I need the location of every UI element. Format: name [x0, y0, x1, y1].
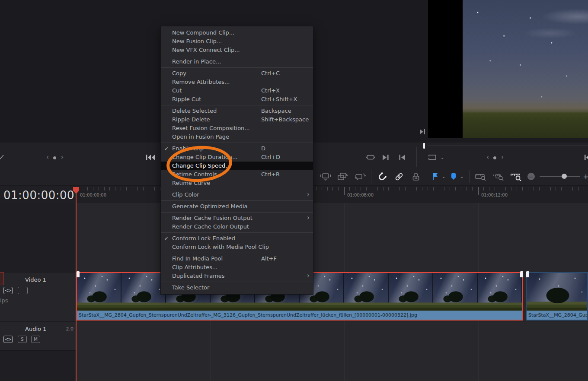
- next-marker-button[interactable]: ›: [59, 154, 65, 161]
- menu-item-label: Cut: [172, 87, 182, 94]
- menu-item-clip-attributes[interactable]: Clip Attributes...: [161, 263, 313, 272]
- menu-item-label: Generate Optimized Media: [172, 203, 248, 210]
- menu-separator: [161, 280, 313, 283]
- menu-item-ripple-delete[interactable]: Ripple DeleteShift+Backspace: [161, 115, 313, 124]
- timeline-viewer-frame: [463, 0, 588, 138]
- menu-item-open-in-fusion-page[interactable]: Open in Fusion Page: [161, 133, 313, 141]
- submenu-arrow-icon: ›: [307, 271, 310, 280]
- skip-forward-icon[interactable]: [419, 128, 427, 136]
- track-lock-icon[interactable]: [18, 287, 28, 294]
- zoom-full-extent-icon[interactable]: [474, 167, 488, 186]
- track-header-column: Video 1 <> ips Audio 1 2.0 <> S M: [0, 203, 76, 381]
- ruler-timecode-label: 01:00:00:00: [80, 193, 106, 197]
- menu-item-render-in-place[interactable]: Render in Place...: [161, 57, 313, 66]
- menu-separator: [161, 54, 313, 57]
- go-to-start-icon[interactable]: [145, 153, 156, 161]
- menu-item-label: Ripple Cut: [172, 96, 201, 102]
- menu-item-generate-optimized-media[interactable]: Generate Optimized Media: [161, 202, 313, 211]
- menu-item-find-in-media-pool[interactable]: Find In Media PoolAlt+F: [161, 254, 313, 263]
- ruler-major-tick: [478, 187, 479, 195]
- menu-item-new-fusion-clip[interactable]: New Fusion Clip...: [161, 37, 313, 46]
- menu-item-conform-lock-enabled[interactable]: ✓Conform Lock Enabled: [161, 234, 313, 243]
- auto-select-icon[interactable]: <>: [3, 287, 13, 294]
- go-to-start-icon-partial[interactable]: [584, 153, 588, 161]
- menu-item-label: Take Selector: [172, 284, 209, 291]
- trim-in-handle[interactable]: [526, 271, 529, 277]
- linked-selection-icon[interactable]: [393, 167, 405, 186]
- solo-button[interactable]: S: [18, 336, 27, 343]
- submenu-arrow-icon: ›: [307, 213, 310, 222]
- track-boundary: [76, 321, 588, 321]
- menu-item-render-cache-fusion-output[interactable]: Render Cache Fusion Output›: [161, 214, 313, 222]
- menu-item-label: Conform Lock Enabled: [172, 235, 235, 241]
- menu-item-label: Copy: [172, 70, 186, 76]
- play-to-next-icon[interactable]: [381, 153, 390, 161]
- snapping-magnet-icon[interactable]: [377, 167, 388, 186]
- zoom-slider-thumb[interactable]: [562, 174, 567, 179]
- zoom-in-button[interactable]: +: [582, 167, 588, 186]
- menu-item-duplicated-frames[interactable]: Duplicated Frames›: [161, 272, 313, 280]
- position-lock-icon[interactable]: [410, 167, 422, 186]
- menu-item-new-compound-clip[interactable]: New Compound Clip...: [161, 29, 313, 37]
- menu-item-reset-fusion-composition[interactable]: Reset Fusion Composition...: [161, 124, 313, 133]
- marker-icon[interactable]: [450, 167, 457, 186]
- next-marker-button[interactable]: ›: [499, 154, 505, 161]
- menu-separator: [161, 187, 313, 190]
- play-to-prev-icon[interactable]: [397, 153, 406, 161]
- custom-zoom-icon[interactable]: [509, 167, 523, 186]
- chevron-down-icon[interactable]: ⌄: [459, 167, 465, 186]
- checkmark-icon: ✓: [164, 234, 169, 243]
- menu-item-label: Clip Attributes...: [172, 264, 217, 270]
- mute-button[interactable]: M: [31, 336, 40, 343]
- playhead-line: [76, 193, 77, 381]
- trim-in-handle[interactable]: [77, 271, 80, 277]
- prev-marker-button[interactable]: ‹: [45, 154, 51, 161]
- menu-item-label: Conform Lock with Media Pool Clip: [172, 244, 269, 250]
- track-color-chip: [0, 272, 4, 285]
- submenu-arrow-icon: ›: [307, 190, 310, 199]
- audio-track-header[interactable]: Audio 1 2.0 <> S M: [0, 322, 76, 351]
- menu-item-take-selector[interactable]: Take Selector: [161, 283, 313, 292]
- menu-item-new-vfx-connect-clip[interactable]: New VFX Connect Clip...: [161, 46, 313, 54]
- marker-dot-button[interactable]: [52, 156, 57, 160]
- menu-separator: [161, 66, 313, 69]
- menu-item-ripple-cut[interactable]: Ripple CutCtrl+Shift+X: [161, 95, 313, 104]
- menu-item-remove-attributes[interactable]: Remove Attributes...: [161, 78, 313, 86]
- menu-item-conform-lock-with-media-pool-clip[interactable]: Conform Lock with Media Pool Clip: [161, 243, 313, 251]
- menu-item-label: Render in Place...: [172, 58, 221, 65]
- menu-separator: [161, 231, 313, 234]
- overwrite-clip-icon[interactable]: [336, 167, 348, 186]
- zoom-slider-track[interactable]: [540, 176, 580, 177]
- marker-dot-button[interactable]: [492, 156, 497, 160]
- replace-clip-icon[interactable]: [354, 167, 367, 186]
- menu-item-render-cache-color-output[interactable]: Render Cache Color Output: [161, 222, 313, 231]
- chevron-down-icon[interactable]: ⌄: [439, 154, 445, 160]
- chevron-down-icon[interactable]: ⌄: [441, 167, 447, 186]
- prev-marker-button[interactable]: ‹: [485, 154, 491, 161]
- menu-item-delete-selected[interactable]: Delete SelectedBackspace: [161, 107, 313, 115]
- partial-check-icon: [0, 154, 4, 161]
- viewer-overlay-icon[interactable]: [427, 153, 438, 161]
- menu-item-copy[interactable]: CopyCtrl+C: [161, 69, 313, 78]
- auto-select-icon[interactable]: <>: [3, 336, 13, 343]
- timeline-clip[interactable]: StarStaX__MG_2804_Gupfen: [526, 272, 588, 321]
- timeline-seek-bar[interactable]: [428, 146, 588, 146]
- flag-icon[interactable]: [431, 167, 439, 186]
- menu-item-clip-color[interactable]: Clip Color›: [161, 190, 313, 199]
- loop-playback-icon[interactable]: [365, 153, 375, 161]
- menu-item-label: Render Cache Fusion Output: [172, 215, 252, 221]
- current-timecode: 01:00:00:00: [3, 189, 75, 202]
- insert-clip-icon[interactable]: [320, 167, 332, 186]
- ruler-timecode-label: 01:00:12:00: [481, 193, 508, 197]
- trim-out-handle[interactable]: [520, 271, 523, 277]
- video-track-header[interactable]: Video 1 <>: [0, 273, 76, 321]
- menu-item-label: Reset Fusion Composition...: [172, 125, 250, 131]
- panel-divider: [343, 143, 343, 167]
- seek-position-marker[interactable]: [423, 143, 425, 149]
- zoom-detail-icon[interactable]: [492, 167, 505, 186]
- audio-track-name: Audio 1: [25, 326, 46, 332]
- menu-item-cut[interactable]: CutCtrl+X: [161, 86, 313, 95]
- ruler-timecode-label: 01:00:08:00: [347, 193, 374, 197]
- toolbar-divider: [371, 170, 371, 183]
- zoom-out-button[interactable]: −: [527, 167, 535, 186]
